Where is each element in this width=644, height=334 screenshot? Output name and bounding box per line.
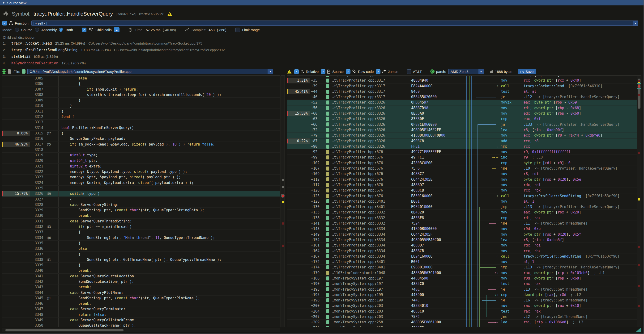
source-line-row[interactable]: 3307 if( shouldExit ) return; xyxy=(2,87,280,92)
asm-row[interactable]: +195…mon\TracySystem.cpp:199443900→cmpdw… xyxy=(287,292,637,298)
asm-row[interactable]: +99…t\TracyProfiler.hpp:67649FFC1→incr9 … xyxy=(287,155,637,160)
source-line-row[interactable]: 3346 break; xyxy=(2,301,280,306)
asm-row[interactable]: +31…t\TracyProfiler.cpp:3317488D5597lear… xyxy=(287,76,637,78)
source-line-row[interactable]: 46.93%3317@5 if( !m_sock->Read( &payload… xyxy=(2,142,280,147)
source-line-row[interactable]: 3343 break; xyxy=(2,285,280,290)
asm-row[interactable]: +209…mon\TracySystem.cpp:258488D35E88610… xyxy=(287,320,637,325)
asm-row[interactable]: +172…t\TracyProfiler.cpp:3401B001moval, … xyxy=(287,259,637,265)
asm-row[interactable]: +123…t\TracyProfiler.hpp:676E850160000‹c… xyxy=(287,193,637,199)
asm-row[interactable]: +63…t\TracyProfiler.cpp:332683F80Fcmpeax… xyxy=(287,116,637,122)
source-line-row[interactable]: 15.79%3326@9 switch( type ) xyxy=(2,191,280,196)
asm-row[interactable]: +204…mon\TracySystem.cpp:2034885C0testra… xyxy=(287,309,637,314)
source-line-row[interactable]: 0.66%3315@7{ xyxy=(2,131,280,136)
asm-row[interactable]: +66…t\TracyProfiler.cpp:33260F87CE060000… xyxy=(287,122,637,127)
function-checkbox[interactable]: ✓ xyxy=(2,21,7,25)
source-line-row[interactable]: 3347 case ServerQueryTerminate: xyxy=(2,306,280,312)
asm-row[interactable]: +117…t\TracyProfiler.hpp:676488BD7movrdx… xyxy=(287,182,637,188)
asm-row[interactable]: +112…t\TracyProfiler.hpp:676C64424205Emo… xyxy=(287,177,637,182)
source-line-row[interactable]: 3332@3 if( ptr == m_mainThread ) xyxy=(2,224,280,229)
source-line-row[interactable]: 3313 xyxy=(2,120,280,125)
march-select[interactable]: AMD Zen 3 ▼ xyxy=(448,69,484,74)
source-line-row[interactable]: 3340 break; xyxy=(2,268,280,273)
source-line-row[interactable]: 3336 else xyxy=(2,246,280,251)
att-checkbox[interactable] xyxy=(407,69,412,74)
source-line-row[interactable]: 3325 xyxy=(2,186,280,191)
asm-row[interactable]: +79…t\TracyProfiler.cpp:3326418B8C80E0BF… xyxy=(287,133,637,138)
asm-row[interactable]: +167…t\TracyProfiler.cpp:3334E824160000‹… xyxy=(287,254,637,259)
asm-row[interactable]: +72…t\TracyProfiler.cpp:33264C8D05F146F2… xyxy=(287,127,637,133)
source-line-row[interactable]: 3331 case ServerQueryThreadString: xyxy=(2,219,280,224)
source-line-row[interactable]: 3348 return false; xyxy=(2,312,280,318)
collapse-icon[interactable]: ▼ xyxy=(2,1,5,4)
source-line-row[interactable]: 3320 uint64_t ptr; xyxy=(2,158,280,164)
asm-row[interactable]: +161…t\TracyProfiler.cpp:3334488BD7movrd… xyxy=(287,243,637,248)
source-line-row[interactable]: 3339 } xyxy=(2,263,280,268)
source-line-row[interactable]: 3342 SendSourceLocation( ptr ); xyxy=(2,279,280,285)
relative-checkbox[interactable]: ✓ xyxy=(294,69,299,74)
source-line-row[interactable]: 3333 { xyxy=(2,229,280,235)
chevron-down-icon[interactable]: ▼ xyxy=(633,21,638,25)
asm-row[interactable]: +174…t\TracyProfiler.cpp:3401E9B8010000j… xyxy=(287,265,637,270)
source-line-row[interactable]: 3321 uint32_t extra; xyxy=(2,164,280,169)
source-line-row[interactable]: 3305 else xyxy=(2,76,280,81)
child-call-item[interactable]: 2.tracy::Profiler::SendLongString19.88 m… xyxy=(3,48,641,54)
asm-row[interactable]: +102…t\TracyProfiler.hpp:67642803C0F00cm… xyxy=(287,161,637,166)
child-call-item[interactable]: 1.tracy::Socket::Read25.25 ms (54.89%)C:… xyxy=(3,41,641,48)
asm-row[interactable]: +198…mon\TracySystem.cpp:199744Cje.L6 ->… xyxy=(287,298,637,303)
asm-row[interactable]: +92…t\TracyProfiler.hpp:67649C7C1FFFFFFF… xyxy=(287,149,637,155)
source-line-row[interactable]: 3308 std::this_thread::sleep_for( std::c… xyxy=(2,92,280,98)
raw-code-checkbox[interactable]: ✓ xyxy=(346,69,350,74)
source-line-row[interactable]: 3350 QueueCallstackFrame( ptr ); xyxy=(2,323,280,327)
asm-row[interactable]: +190…mon\TracySystem.cpp:1974885C0testra… xyxy=(287,281,637,287)
source-line-row[interactable]: 3344 case ServerQueryPlotName: xyxy=(2,290,280,296)
chevron-down-icon[interactable]: ▼ xyxy=(478,69,484,74)
source-line-row[interactable]: 3341 case ServerQuerySourceLocation: xyxy=(2,274,280,279)
save-button[interactable]: Save xyxy=(518,69,536,74)
source-line-row[interactable]: 3316 ServerQueryPacket payload; xyxy=(2,136,280,142)
asm-row[interactable]: +207…mon\TracySystem.cpp:20375F2jne.L2 -… xyxy=(287,314,637,320)
asm-row[interactable]: +56…t\TracyProfiler.cpp:3326488B7D98movr… xyxy=(287,105,637,111)
asm-row[interactable]: 45.41%+44…t\TracyProfiler.cpp:331784C0te… xyxy=(287,89,637,94)
function-select[interactable]: [ - self - ] ▼ xyxy=(32,20,638,26)
chevron-down-icon[interactable]: ▼ xyxy=(268,69,273,74)
asm-row[interactable]: +200…mon\TracySystem.cpp:203488B4010movr… xyxy=(287,303,637,309)
asm-row[interactable]: +90…t\TracyProfiler.cpp:3326FFE1‹jmprcx xyxy=(287,144,637,149)
asm-row[interactable]: 0.22%+87…t\TracyProfiler.cpp:33264903C8a… xyxy=(287,139,637,144)
source-line-row[interactable]: 3327 { xyxy=(2,197,280,202)
asm-row[interactable]: +154…t\TracyProfiler.cpp:33344C8D055FBA0… xyxy=(287,237,637,243)
source-line-row[interactable]: 3319 uint8_t type; xyxy=(2,153,280,158)
asm-row[interactable]: 15.50%+60…t\TracyProfiler.cpp:33268B55A0… xyxy=(287,111,637,116)
asm-row[interactable]: 1.31%+35…t\TracyProfiler.cpp:3317488B494… xyxy=(287,78,637,83)
source-line-row[interactable]: 3322 memcpy( &type, &payload.type, sizeo… xyxy=(2,169,280,174)
source-line-row[interactable]: 3330 break; xyxy=(2,213,280,218)
limit-range-checkbox[interactable] xyxy=(236,28,240,32)
source-line-row[interactable]: 3324 memcpy( &extra, &payload.extra, siz… xyxy=(2,180,280,186)
asm-row[interactable]: +39…t\TracyProfiler.cpp:3317E824AA0000‹c… xyxy=(287,83,637,89)
child-call-item[interactable]: 3.stat64i32625 µs (1.36%) xyxy=(3,54,641,61)
source-line-row[interactable]: 3311} xyxy=(2,109,280,114)
source-line-row[interactable]: 3338@1 SendString( ptr, GetThreadName( p… xyxy=(2,257,280,263)
asm-row[interactable]: +128…t\TracyProfiler.cpp:3401B001moval, … xyxy=(287,199,637,204)
asm-row[interactable]: +130…t\TracyProfiler.cpp:3401E9E4010000j… xyxy=(287,204,637,210)
child-call-item[interactable]: 4.KeSynchronizeExecution125 µs (0.27%) xyxy=(3,61,641,67)
radio-both[interactable] xyxy=(59,28,63,32)
asm-row[interactable]: +46…t\TracyProfiler.cpp:33170F8435020000… xyxy=(287,94,637,100)
source-line-row[interactable]: 3309 } xyxy=(2,98,280,103)
asm-row[interactable]: +193…mon\TracySystem.cpp:197740Eje.L3 ->… xyxy=(287,287,637,292)
asm-row[interactable]: +141…t\TracyProfiler.cpp:33327524jne.L1 … xyxy=(287,221,637,226)
asm-row[interactable]: +143…t\TracyProfiler.cpp:333441B90B00000… xyxy=(287,226,637,232)
child-calls-expand-button[interactable]: ▲ xyxy=(114,27,120,32)
radio-assembly[interactable] xyxy=(35,28,39,32)
source-horizontal-scrollbar[interactable] xyxy=(2,328,280,332)
source-checkbox[interactable]: ✓ xyxy=(321,69,326,74)
file-select[interactable]: C:\Users\wolf\Desktop\darkrl\contrib\tra… xyxy=(28,69,273,74)
asm-row[interactable]: +120…t\TracyProfiler.hpp:676488BCBmovrcx… xyxy=(287,188,637,193)
source-line-row[interactable]: 3349 case ServerQueryCallstackFrame: xyxy=(2,318,280,323)
titlebar[interactable]: ▼ Source view xyxy=(0,0,644,5)
source-line-row[interactable]: 3306 { xyxy=(2,81,280,87)
radio-source[interactable] xyxy=(15,28,19,32)
asm-row[interactable]: +107…t\TracyProfiler.hpp:67675F6jne.L0 -… xyxy=(287,166,637,171)
source-line-row[interactable]: 3312#endif xyxy=(2,114,280,120)
jumps-checkbox[interactable]: ✓ xyxy=(376,69,380,74)
asm-row[interactable]: +138…t\TracyProfiler.cpp:3332483BF8cmprd… xyxy=(287,215,637,221)
